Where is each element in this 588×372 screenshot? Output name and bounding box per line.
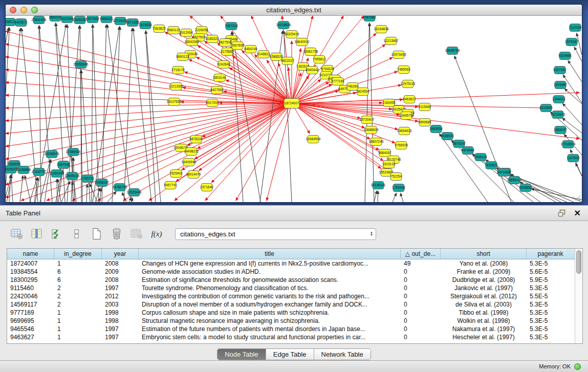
column-header-name[interactable]: name	[7, 249, 54, 259]
network-node-yellow[interactable]: 18107554	[167, 98, 182, 106]
network-canvas[interactable]: 1935123140557122691406189223910223911065…	[6, 16, 582, 202]
float-panel-icon[interactable]	[558, 209, 566, 217]
network-node-teal[interactable]: 19218506	[276, 21, 291, 29]
network-node-yellow[interactable]: 9146821	[257, 51, 270, 58]
network-graph[interactable]: 1935123140557122691406189223910223911065…	[6, 16, 582, 202]
network-node-teal[interactable]: 8471962	[497, 169, 510, 177]
network-node-yellow[interactable]: 10973493	[391, 51, 406, 59]
network-node-yellow[interactable]: 16543362	[185, 38, 200, 46]
scrollbar-thumb[interactable]	[576, 250, 581, 274]
network-node-teal[interactable]: 11156869	[16, 166, 31, 174]
network-node-teal[interactable]: 1244413	[552, 96, 565, 103]
network-node-yellow[interactable]: 15720407	[360, 116, 375, 124]
citation-edge-red[interactable]	[292, 16, 313, 103]
network-node-yellow[interactable]: 9457791	[164, 182, 177, 189]
citation-edge-black[interactable]	[369, 23, 374, 202]
network-node-teal[interactable]: 1589297	[554, 126, 567, 134]
network-node-yellow[interactable]: 3824554	[356, 88, 369, 96]
network-node-teal[interactable]: 9466161	[100, 16, 113, 23]
network-node-teal[interactable]: 1022391	[60, 16, 74, 23]
network-node-yellow[interactable]: 2803144	[213, 74, 226, 82]
table-vertical-scrollbar[interactable]	[575, 249, 582, 343]
network-node-yellow[interactable]: 9827508	[219, 39, 232, 47]
network-node-teal[interactable]: 16210643	[551, 111, 565, 119]
network-node-teal[interactable]: 13505135	[65, 172, 80, 180]
network-node-teal[interactable]: 10654112	[507, 177, 522, 184]
citation-edge-black[interactable]	[81, 70, 81, 202]
network-node-teal[interactable]: 17016504	[561, 141, 576, 148]
network-node-teal[interactable]: 7615526	[139, 21, 152, 29]
citation-edge-red[interactable]	[6, 103, 292, 134]
network-node-teal[interactable]: 8938923	[441, 133, 454, 140]
citation-edge-black[interactable]	[564, 89, 582, 104]
table-row[interactable]: 946362711997Embryonic stem cells: a mode…	[7, 333, 575, 341]
network-node-teal[interactable]: 2087682	[363, 16, 376, 21]
column-header-out-de-[interactable]: △ out_de...	[401, 249, 441, 259]
table-row[interactable]: 2242004622012Investigating the contribut…	[7, 292, 575, 300]
citation-edge-black[interactable]	[45, 160, 51, 202]
network-node-teal[interactable]: 9245652	[519, 184, 532, 192]
network-node-teal[interactable]: 1575187	[565, 38, 578, 46]
network-node-yellow[interactable]: 19384554	[306, 136, 321, 143]
network-node-yellow[interactable]: 8990443	[306, 67, 319, 74]
network-node-teal[interactable]: 8215955	[539, 104, 553, 112]
citation-edge-black[interactable]	[102, 25, 106, 202]
network-node-teal[interactable]: 11451943	[50, 170, 64, 178]
citation-edge-black[interactable]	[563, 75, 582, 103]
network-node-yellow[interactable]: 9899685	[418, 119, 431, 126]
zoom-window-icon[interactable]	[31, 7, 38, 13]
network-node-yellow[interactable]: 19654923	[397, 127, 412, 135]
minimize-window-icon[interactable]	[20, 7, 27, 13]
citation-edge-black[interactable]	[132, 198, 133, 202]
citation-edge-black[interactable]	[400, 193, 403, 202]
table-row[interactable]: 911546021997Tourette syndrome. Phenomeno…	[7, 284, 575, 292]
network-node-teal[interactable]: 14136141	[371, 182, 386, 189]
tab-network-table[interactable]: Network Table	[314, 349, 371, 360]
network-node-teal[interactable]: 10653287	[73, 16, 88, 24]
network-node-yellow[interactable]: 9822037	[281, 57, 294, 65]
network-node-yellow[interactable]: 9777169	[331, 78, 344, 85]
network-node-yellow[interactable]: 2667608	[231, 42, 244, 50]
network-node-teal[interactable]: 1107533	[567, 155, 580, 162]
network-node-teal[interactable]: 22691406	[32, 16, 47, 24]
table-row[interactable]: 1872400712008Changes of HCN gene express…	[7, 259, 575, 268]
network-node-yellow[interactable]: 16961758	[303, 48, 318, 56]
network-node-yellow[interactable]: 13495754	[399, 112, 414, 120]
network-node-yellow[interactable]: 10688609	[364, 126, 379, 134]
citation-edge-black[interactable]	[284, 31, 292, 202]
network-node-teal[interactable]: 16648784	[445, 47, 460, 55]
network-node-yellow[interactable]: 9463627	[403, 96, 416, 103]
citation-edge-black[interactable]	[93, 25, 99, 202]
citation-edge-black[interactable]	[576, 163, 582, 176]
column-header-pagerank[interactable]: pagerank	[527, 249, 574, 259]
network-node-yellow[interactable]: 16409948	[182, 159, 197, 166]
network-node-yellow[interactable]: 8454749	[244, 46, 257, 53]
citation-edge-red[interactable]	[194, 103, 292, 159]
citation-edge-red[interactable]	[6, 103, 292, 172]
citation-edge-black[interactable]	[146, 31, 161, 202]
close-window-icon[interactable]	[10, 7, 16, 13]
citation-edge-black[interactable]	[57, 179, 57, 202]
close-panel-icon[interactable]: ✕	[574, 209, 581, 217]
citation-edge-red[interactable]	[6, 103, 292, 121]
network-node-yellow[interactable]: 9242848	[217, 61, 230, 69]
clear-selection-icon[interactable]	[70, 227, 83, 240]
table-row[interactable]: 969969511998Structural magnetic resonanc…	[7, 317, 575, 325]
citation-edge-red[interactable]	[6, 103, 292, 185]
citation-edge-black[interactable]	[86, 184, 88, 202]
network-node-teal[interactable]: 9397548	[57, 161, 70, 169]
network-node-yellow[interactable]: 16154838	[374, 26, 389, 33]
network-node-teal[interactable]: 10958167	[95, 179, 110, 187]
network-node-teal[interactable]: 9474444	[461, 147, 474, 155]
network-node-yellow[interactable]: 12213363	[169, 83, 184, 91]
network-node-yellow[interactable]: 12213967	[384, 37, 399, 45]
select-columns-icon[interactable]	[30, 227, 43, 240]
table-settings-icon[interactable]	[10, 227, 24, 240]
citation-edge-black[interactable]	[568, 60, 582, 82]
network-node-yellow[interactable]: 8917004	[206, 99, 219, 107]
network-node-teal[interactable]: 1209387	[554, 81, 567, 89]
citation-edge-black[interactable]	[146, 31, 156, 202]
network-node-yellow[interactable]: 18640910	[295, 38, 310, 46]
citation-edge-black[interactable]	[11, 175, 13, 202]
network-node-teal[interactable]: 7957224	[225, 23, 238, 30]
